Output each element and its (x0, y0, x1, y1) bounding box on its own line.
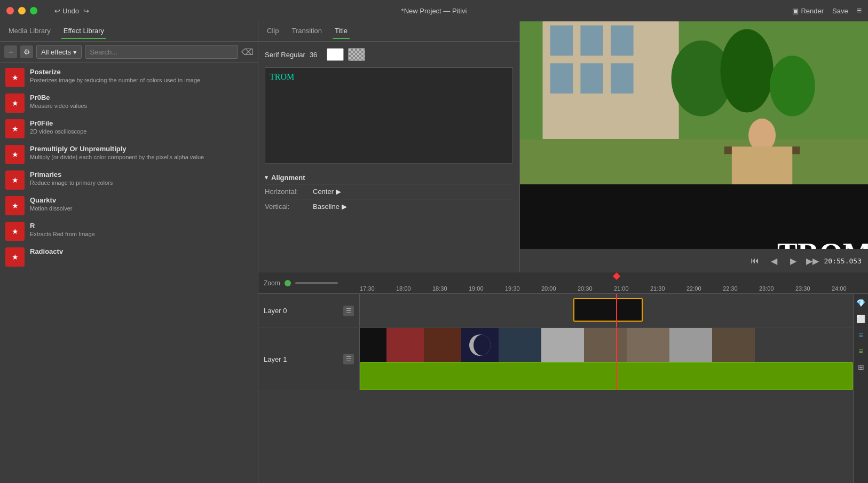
clear-search-button[interactable]: ⌫ (241, 47, 254, 57)
alignment-label: Alignment (271, 174, 305, 182)
close-button[interactable] (6, 7, 14, 14)
effect-info: R Extracts Red from Image (30, 222, 95, 237)
horizontal-alignment-row: Horizontal: Center ▶ (265, 184, 513, 199)
svg-rect-3 (580, 25, 603, 56)
sidebar-icon-3[interactable]: ≡ (855, 329, 867, 341)
ruler-mark: 22:00 (686, 285, 701, 292)
play-button[interactable]: ▶ (786, 253, 801, 268)
effect-list: ★ Posterize Posterizes image by reducing… (0, 63, 258, 483)
title-font-row: Serif Regular 36 (265, 48, 513, 61)
minimize-button[interactable] (18, 7, 26, 14)
svg-rect-14 (732, 146, 792, 184)
ruler-mark: 20:00 (541, 285, 556, 292)
ruler-mark: 17:30 (360, 285, 375, 292)
filter-dropdown[interactable]: All effects ▾ (36, 45, 82, 59)
titlebar-right: ▣ Render Save ≡ (792, 6, 862, 15)
svg-rect-4 (611, 25, 634, 56)
svg-text:TROM: TROM (777, 237, 868, 249)
undo-icon: ↩ (54, 7, 60, 15)
list-item[interactable]: ★ Primaries Reduce image to primary colo… (0, 167, 258, 193)
redo-icon: ↪ (83, 7, 89, 15)
list-item[interactable]: ★ Premultiply Or Unpremultiply Multiply … (0, 142, 258, 167)
film-thumb-brown (424, 328, 461, 362)
sidebar-icon-2[interactable]: ⬜ (855, 313, 867, 325)
sidebar-icon-5[interactable]: ⊞ (855, 361, 867, 373)
layer1-collapse-button[interactable]: ☰ (343, 354, 354, 364)
effect-name: R (30, 222, 95, 230)
tab-clip[interactable]: Clip (265, 24, 281, 39)
list-item[interactable]: ★ Pr0Be Measure video values (0, 90, 258, 116)
horizontal-value-btn[interactable]: Center ▶ (313, 188, 341, 196)
effect-info: Pr0File 2D video oscilloscope (30, 119, 86, 135)
svg-point-10 (770, 56, 815, 116)
preview-scene: TROM (520, 21, 868, 249)
font-name-label: Serif Regular (265, 51, 305, 59)
effect-name: Radioactv (30, 247, 63, 255)
svg-rect-2 (550, 25, 573, 56)
alignment-header[interactable]: ▾ Alignment (265, 172, 513, 184)
minus-button[interactable]: − (4, 45, 17, 58)
ruler-mark: 19:30 (505, 285, 520, 292)
save-button[interactable]: Save (832, 7, 848, 15)
tab-effect-library[interactable]: Effect Library (61, 24, 106, 39)
layer1-content[interactable] (360, 328, 853, 390)
redo-button[interactable]: ↪ (83, 7, 89, 15)
tab-title[interactable]: Title (333, 24, 350, 39)
render-button[interactable]: ▣ Render (792, 7, 824, 15)
svg-rect-6 (580, 63, 603, 94)
star-icon: ★ (12, 253, 19, 261)
title-text-input[interactable]: TROM (265, 67, 513, 163)
effect-info: Radioactv (30, 247, 63, 256)
vertical-value-btn[interactable]: Baseline ▶ (313, 202, 347, 211)
undo-redo-group: ↩ Undo ↪ (54, 7, 89, 15)
effect-icon: ★ (5, 68, 25, 87)
list-item[interactable]: ★ Posterize Posterizes image by reducing… (0, 65, 258, 90)
maximize-button[interactable] (30, 7, 37, 14)
chevron-right-icon: ▶ (336, 188, 341, 196)
sidebar-icon-4[interactable]: ≡ (855, 345, 867, 357)
list-item[interactable]: ★ Radioactv (0, 244, 258, 270)
undo-button[interactable]: ↩ Undo (54, 7, 79, 15)
search-input[interactable] (85, 45, 238, 59)
ruler-mark: 19:00 (469, 285, 484, 292)
color-swatch-checker[interactable] (348, 48, 365, 61)
settings-icon-button[interactable]: ⚙ (20, 45, 33, 58)
effect-name: Primaries (30, 170, 113, 178)
ruler-mark: 18:30 (432, 285, 447, 292)
star-icon: ★ (12, 73, 19, 82)
film-thumb-grey1 (541, 328, 584, 362)
window-title: *New Project — Pitivi (401, 7, 467, 15)
list-item[interactable]: ★ Pr0File 2D video oscilloscope (0, 116, 258, 142)
star-icon: ★ (12, 176, 19, 184)
step-back-button[interactable]: ◀ (767, 253, 782, 268)
properties-panel: Clip Transition Title Serif Regular 36 T… (258, 21, 520, 272)
layer1-row: Layer 1 ☰ (258, 328, 853, 390)
ruler-mark: 24:00 (832, 285, 847, 292)
ruler-mark: 20:30 (578, 285, 593, 292)
chevron-right-icon-vert: ▶ (342, 202, 347, 211)
effect-desc: Reduce image to primary colors (30, 180, 113, 186)
zoom-label: Zoom (264, 279, 280, 287)
vertical-alignment-row: Vertical: Baseline ▶ (265, 199, 513, 214)
ruler-mark: 18:00 (396, 285, 411, 292)
layer0-content[interactable] (360, 294, 853, 328)
film-thumb-moon (461, 328, 499, 362)
list-item[interactable]: ★ Quarktv Motion dissolver (0, 193, 258, 219)
effect-info: Pr0Be Measure video values (30, 94, 87, 109)
menu-button[interactable]: ≡ (857, 6, 862, 15)
black-clip[interactable] (573, 298, 643, 322)
list-item[interactable]: ★ R Extracts Red from Image (0, 219, 258, 244)
step-forward-button[interactable]: ▶▶ (805, 253, 820, 268)
time-ruler: 17:3018:0018:3019:0019:3020:0020:3021:00… (360, 272, 868, 294)
color-swatch-white[interactable] (327, 48, 344, 61)
zoom-track[interactable] (295, 282, 338, 284)
prop-content: Serif Regular 36 TROM ▾ Alignment Horizo… (258, 42, 519, 272)
tab-media-library[interactable]: Media Library (6, 24, 53, 39)
sidebar-icon-1[interactable]: 💎 (855, 297, 867, 309)
layer0-collapse-button[interactable]: ☰ (343, 306, 354, 316)
tab-transition[interactable]: Transition (289, 24, 324, 39)
playhead-line-layer0 (616, 294, 617, 328)
skip-back-button[interactable]: ⏮ (747, 253, 762, 268)
left-panel: Media Library Effect Library − ⚙ All eff… (0, 21, 258, 483)
effect-icon: ★ (5, 170, 25, 190)
